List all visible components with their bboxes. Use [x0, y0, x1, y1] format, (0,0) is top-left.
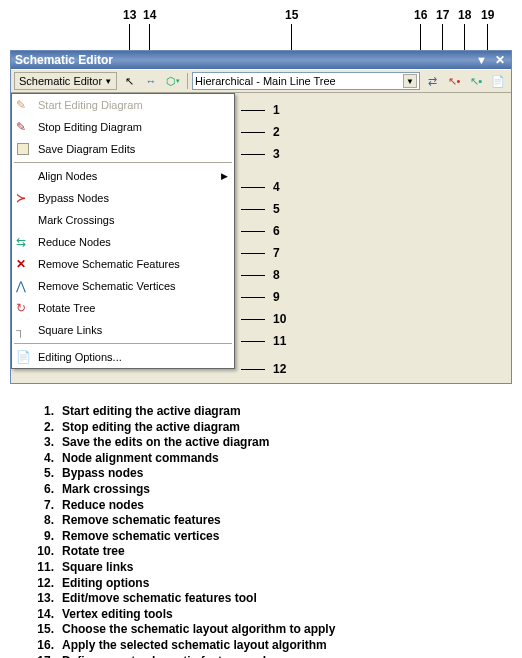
- legend-text: Vertex editing tools: [62, 607, 173, 623]
- legend-text: Square links: [62, 560, 133, 576]
- menu-item-label: Rotate Tree: [38, 302, 95, 314]
- callout-number: 1: [273, 103, 280, 117]
- cursor-icon[interactable]: ↖: [119, 72, 139, 90]
- schematic-editor-dropdown[interactable]: Schematic Editor ▼: [14, 72, 117, 90]
- callout-number: 12: [273, 362, 286, 376]
- callout-line: [241, 369, 265, 370]
- callout-line: [129, 24, 130, 50]
- callout-line: [241, 341, 265, 342]
- legend-text: Mark crossings: [62, 482, 150, 498]
- pin-icon[interactable]: ▼: [476, 54, 487, 66]
- legend-row: 16.Apply the selected schematic layout a…: [30, 638, 502, 654]
- legend-text: Edit/move schematic features tool: [62, 591, 257, 607]
- options-icon: 📄: [15, 349, 31, 365]
- menu-item[interactable]: Align Nodes▶: [12, 165, 234, 187]
- menu-item[interactable]: ⋀Remove Schematic Vertices: [12, 275, 234, 297]
- legend-number: 1.: [30, 404, 54, 420]
- callout-row: 12: [241, 358, 286, 380]
- callout-number: 5: [273, 202, 280, 216]
- menu-separator: [14, 343, 232, 344]
- legend-number: 16.: [30, 638, 54, 654]
- callout-row: 6: [241, 220, 280, 242]
- callout-number: 4: [273, 180, 280, 194]
- menu-separator: [14, 162, 232, 163]
- end-node-icon[interactable]: ↖▪: [466, 72, 486, 90]
- legend-text: Remove schematic features: [62, 513, 221, 529]
- legend-number: 13.: [30, 591, 54, 607]
- chevron-down-icon: ▼: [403, 74, 417, 88]
- legend-number: 15.: [30, 622, 54, 638]
- legend-number: 10.: [30, 544, 54, 560]
- menu-item[interactable]: ≻Bypass Nodes: [12, 187, 234, 209]
- menu-item-label: Editing Options...: [38, 351, 122, 363]
- vertices-icon: ⋀: [15, 278, 31, 294]
- apply-layout-icon[interactable]: ⇄: [422, 72, 442, 90]
- legend-row: 5.Bypass nodes: [30, 466, 502, 482]
- legend-row: 15.Choose the schematic layout algorithm…: [30, 622, 502, 638]
- menu-item[interactable]: Mark Crossings: [12, 209, 234, 231]
- layout-algorithm-combo[interactable]: Hierarchical - Main Line Tree ▼: [192, 72, 420, 90]
- menu-item[interactable]: ✕Remove Schematic Features: [12, 253, 234, 275]
- legend-text: Choose the schematic layout algorithm to…: [62, 622, 335, 638]
- bypass-icon: ≻: [15, 190, 31, 206]
- legend-row: 10.Rotate tree: [30, 544, 502, 560]
- callout-line: [241, 319, 265, 320]
- legend-row: 17.Define a root schematic feature node: [30, 654, 502, 659]
- callout-number: 15: [285, 8, 298, 22]
- callout-number: 2: [273, 125, 280, 139]
- callout-line: [241, 110, 265, 111]
- legend-row: 6.Mark crossings: [30, 482, 502, 498]
- menu-item[interactable]: ┐Square Links: [12, 319, 234, 341]
- legend-text: Rotate tree: [62, 544, 125, 560]
- callout-line: [241, 297, 265, 298]
- callout-line: [241, 132, 265, 133]
- legend-text: Define a root schematic feature node: [62, 654, 273, 659]
- menu-item[interactable]: ✎Stop Editing Diagram: [12, 116, 234, 138]
- callout-line: [241, 209, 265, 210]
- callout-line: [241, 275, 265, 276]
- legend-row: 1.Start editing the active diagram: [30, 404, 502, 420]
- callout-line: [442, 24, 443, 50]
- square-icon: ┐: [15, 322, 31, 338]
- legend-text: Stop editing the active diagram: [62, 420, 240, 436]
- callout-line: [241, 253, 265, 254]
- menu-item-label: Save Diagram Edits: [38, 143, 135, 155]
- callout-number: 19: [481, 8, 494, 22]
- legend-row: 11.Square links: [30, 560, 502, 576]
- callout-number: 8: [273, 268, 280, 282]
- edit-move-tool-icon[interactable]: ↔: [141, 72, 161, 90]
- stop-pencil-icon: ✎: [15, 119, 31, 135]
- menu-item[interactable]: Save Diagram Edits: [12, 138, 234, 160]
- callout-number: 9: [273, 290, 280, 304]
- legend-number: 5.: [30, 466, 54, 482]
- callout-row: 10: [241, 308, 286, 330]
- legend-text: Apply the selected schematic layout algo…: [62, 638, 327, 654]
- menu-item-label: Mark Crossings: [38, 214, 114, 226]
- menu-item[interactable]: ⇆Reduce Nodes: [12, 231, 234, 253]
- legend-number: 6.: [30, 482, 54, 498]
- vertex-tools-icon[interactable]: ⬡▾: [163, 72, 183, 90]
- toolbar: Schematic Editor ▼ ↖ ↔ ⬡▾ Hierarchical -…: [11, 69, 511, 93]
- x-icon: ✕: [15, 256, 31, 272]
- callout-row: 9: [241, 286, 280, 308]
- editor-menu: ✎Start Editing Diagram✎Stop Editing Diag…: [11, 93, 235, 369]
- menu-item: ✎Start Editing Diagram: [12, 94, 234, 116]
- callout-number: 3: [273, 147, 280, 161]
- menu-item[interactable]: ↻Rotate Tree: [12, 297, 234, 319]
- callout-line: [464, 24, 465, 50]
- schematic-editor-window: Schematic Editor ▼ ✕ Schematic Editor ▼ …: [10, 50, 512, 384]
- menu-item[interactable]: 📄Editing Options...: [12, 346, 234, 368]
- callout-number: 13: [123, 8, 136, 22]
- layout-properties-icon[interactable]: 📄: [488, 72, 508, 90]
- callout-line: [241, 154, 265, 155]
- menu-item-label: Stop Editing Diagram: [38, 121, 142, 133]
- legend-text: Reduce nodes: [62, 498, 144, 514]
- root-node-icon[interactable]: ↖•: [444, 72, 464, 90]
- legend-row: 13.Edit/move schematic features tool: [30, 591, 502, 607]
- callout-line: [291, 24, 292, 50]
- callout-line: [149, 24, 150, 50]
- legend-number: 12.: [30, 576, 54, 592]
- legend-row: 14.Vertex editing tools: [30, 607, 502, 623]
- close-icon[interactable]: ✕: [493, 53, 507, 67]
- pencil-icon: ✎: [15, 97, 31, 113]
